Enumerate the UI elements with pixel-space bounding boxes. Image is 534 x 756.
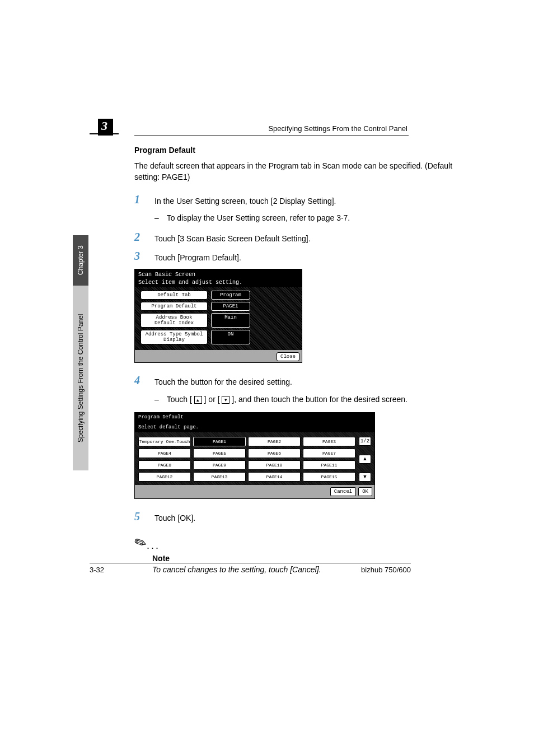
page2-button[interactable]: PAGE2 (248, 437, 301, 446)
page7-button[interactable]: PAGE7 (303, 449, 355, 458)
page6-button[interactable]: PAGE6 (248, 449, 301, 458)
scan-basic-screenshot: Scan Basic Screen Select item and adjust… (134, 269, 461, 363)
step-1-sub: – To display the User Setting screen, re… (154, 212, 461, 224)
address-book-index-value[interactable]: Main (211, 313, 250, 328)
page3-button[interactable]: PAGE3 (303, 437, 355, 446)
ok-button[interactable]: OK (358, 487, 372, 496)
section-title: Program Default (134, 146, 461, 155)
page12-button[interactable]: PAGE12 (138, 472, 191, 482)
dash-icon: – (154, 212, 165, 224)
temp-one-touch-button[interactable]: Temporary One-Touch (138, 437, 191, 446)
step-4-sub: – Touch [ ▴ ] or [ ▾ ], and then touch t… (154, 394, 461, 405)
running-head: Specifying Settings From the Control Pan… (268, 124, 407, 133)
step-number: 2 (134, 231, 154, 243)
program-default-value[interactable]: PAGE1 (211, 302, 250, 311)
page-footer: 3-32 bizhub 750/600 (90, 563, 411, 574)
chapter-underline (90, 133, 119, 134)
step-number: 4 (134, 374, 154, 386)
ellipsis-icon: ... (147, 540, 160, 551)
page15-button[interactable]: PAGE15 (303, 472, 355, 482)
scroll-up-button[interactable]: ▲ (359, 455, 371, 464)
model-name: bizhub 750/600 (361, 566, 411, 574)
page4-button[interactable]: PAGE4 (138, 449, 191, 458)
screenshot2-title-1: Program Default (135, 413, 374, 423)
default-tab-button[interactable]: Default Tab (140, 291, 208, 300)
step-3: 3 Touch [Program Default]. (134, 250, 461, 263)
step-4: 4 Touch the button for the desired setti… (134, 374, 461, 388)
cancel-button[interactable]: Cancel (330, 487, 356, 496)
chapter-tab: Chapter 3 (73, 235, 88, 286)
step-number: 1 (134, 193, 154, 206)
step-text: Touch [3 Scan Basic Screen Default Setti… (154, 231, 311, 244)
substep-text: To display the User Setting screen, refe… (167, 213, 350, 222)
screenshot2-title-2: Select default page. (135, 423, 374, 433)
step-text: Touch [Program Default]. (154, 250, 241, 263)
page13-button[interactable]: PAGE13 (193, 472, 246, 482)
page8-button[interactable]: PAGE8 (138, 460, 191, 470)
page5-button[interactable]: PAGE5 (193, 449, 246, 458)
default-tab-value[interactable]: Program (211, 291, 250, 300)
page11-button[interactable]: PAGE11 (303, 460, 355, 470)
step-number: 5 (134, 510, 154, 522)
step-2: 2 Touch [3 Scan Basic Screen Default Set… (134, 231, 461, 244)
step-1: 1 In the User Setting screen, touch [2 D… (134, 193, 461, 207)
step-number: 3 (134, 250, 154, 262)
scroll-indicator: 1/2 (359, 437, 371, 446)
note-label: Note (152, 554, 461, 563)
page1-button[interactable]: PAGE1 (193, 437, 246, 446)
program-default-screenshot: Program Default Select default page. Tem… (134, 412, 461, 500)
side-tab: Chapter 3 Specifying Settings From the C… (73, 235, 88, 470)
close-button[interactable]: Close (277, 352, 299, 361)
dash-icon: – (154, 394, 165, 405)
section-tab: Specifying Settings From the Control Pan… (73, 286, 88, 470)
address-type-symbol-value[interactable]: ON (211, 330, 250, 344)
page14-button[interactable]: PAGE14 (248, 472, 301, 482)
section-intro: The default screen that appears in the P… (134, 160, 461, 183)
header-rule (134, 136, 409, 136)
substep-mid: ] or [ (204, 395, 222, 404)
substep-suffix: ], and then touch the button for the des… (232, 395, 407, 404)
page9-button[interactable]: PAGE9 (193, 460, 246, 470)
scroll-down-button[interactable]: ▼ (359, 473, 371, 482)
page10-button[interactable]: PAGE10 (248, 460, 301, 470)
step-5: 5 Touch [OK]. (134, 510, 461, 524)
step-text: Touch the button for the desired setting… (154, 374, 292, 388)
page-number: 3-32 (90, 566, 104, 574)
address-book-index-button[interactable]: Address Book Default Index (140, 313, 208, 328)
program-default-button[interactable]: Program Default (140, 302, 208, 311)
screenshot-title-2: Select item and adjust setting. (135, 279, 302, 287)
substep-prefix: Touch [ (167, 395, 194, 404)
step-text: Touch [OK]. (154, 510, 195, 524)
down-arrow-icon: ▾ (222, 396, 229, 404)
address-type-symbol-button[interactable]: Address Type Symbol Display (140, 330, 208, 344)
up-arrow-icon: ▴ (194, 396, 202, 404)
screenshot-title-1: Scan Basic Screen (135, 272, 302, 279)
step-text: In the User Setting screen, touch [2 Dis… (154, 193, 336, 207)
